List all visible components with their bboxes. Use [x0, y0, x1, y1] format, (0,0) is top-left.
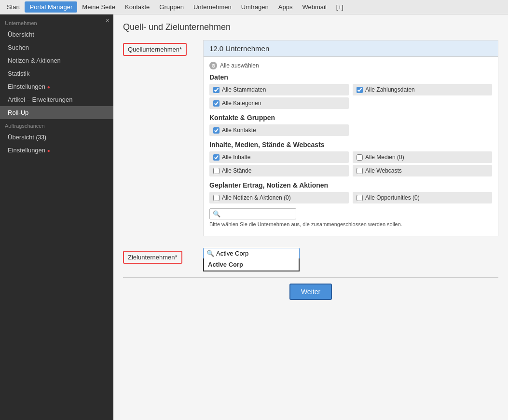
company-search-input[interactable]: [222, 211, 293, 217]
checkbox-inhalte-label: Alle Inhalte: [222, 154, 250, 161]
sidebar-item-artikel[interactable]: Artikel – Erweiterungen: [0, 93, 113, 106]
checkbox-stande-input[interactable]: [213, 168, 220, 174]
checkbox-webcasts-input[interactable]: [357, 168, 363, 174]
nav-portal-manager[interactable]: Portal Manager: [25, 1, 77, 13]
search-row: 🔍: [209, 208, 492, 219]
einstellungen-badge: ●: [47, 84, 50, 90]
nav-webmail[interactable]: Webmail: [297, 1, 331, 13]
checkbox-kategorien-label: Alle Kategorien: [222, 100, 261, 107]
select-all-row[interactable]: ⚙ Alle auswählen: [209, 62, 492, 69]
sidebar-section-auftragschancen: Auftragschancen: [0, 119, 113, 131]
ziel-row: Zielunternehmen* 🔍 Active Corp: [123, 248, 498, 271]
sidebar-close-button[interactable]: ×: [106, 16, 110, 24]
page-title: Quell- und Zielunternehmen: [123, 22, 498, 32]
top-navigation: Start Portal Manager Meine Seite Kontakt…: [0, 0, 508, 14]
checkbox-notizen[interactable]: Alle Notizen & Aktionen (0): [209, 192, 349, 203]
ziel-search-input[interactable]: [216, 250, 296, 257]
ziel-dropdown-item[interactable]: Active Corp: [204, 258, 299, 271]
checkbox-inhalte[interactable]: Alle Inhalte: [209, 151, 349, 163]
nav-plus[interactable]: [+]: [331, 1, 348, 13]
checkbox-webcasts[interactable]: Alle Webcasts: [353, 165, 492, 176]
main-layout: × Unternehmen Übersicht Suchen Notizen &…: [0, 14, 508, 420]
ziel-input-col: 🔍 Active Corp: [203, 248, 300, 271]
checkbox-webcasts-label: Alle Webcasts: [365, 167, 402, 174]
sidebar-item-notizen[interactable]: Notizen & Aktionen: [0, 54, 113, 67]
weiter-button[interactable]: Weiter: [289, 284, 332, 300]
checkbox-stande-label: Alle Stände: [222, 167, 251, 174]
sidebar-item-statistik[interactable]: Statistik: [0, 67, 113, 80]
panel-header: 12.0 Unternehmen: [204, 41, 498, 57]
checkbox-zahlungsdaten[interactable]: Alle Zahlungsdaten: [353, 84, 492, 95]
section-daten: Daten: [209, 73, 492, 81]
ziel-label: Zielunternehmen*: [123, 251, 182, 264]
einstellungen-auf-badge: ●: [47, 148, 50, 153]
checkbox-kontakte[interactable]: Alle Kontakte: [209, 124, 349, 136]
checkbox-opportunities-input[interactable]: [357, 195, 363, 201]
ziel-input-wrap[interactable]: 🔍: [203, 248, 300, 258]
nav-umfragen[interactable]: Umfragen: [236, 1, 274, 13]
nav-unternehmen[interactable]: Unternehmen: [189, 1, 236, 13]
sidebar-item-ubersicht[interactable]: Übersicht: [0, 28, 113, 41]
divider: [123, 277, 498, 278]
checkbox-opportunities-label: Alle Opportunities (0): [365, 194, 420, 201]
nav-gruppen[interactable]: Gruppen: [154, 1, 189, 13]
section-geplanter: Geplanter Ertrag, Notizen & Aktionen: [209, 181, 492, 189]
checkbox-zahlungsdaten-input[interactable]: [357, 87, 363, 93]
panel-body: ⚙ Alle auswählen Daten Alle Stammdaten: [204, 57, 498, 236]
sidebar-item-suchen[interactable]: Suchen: [0, 41, 113, 54]
section-kontakte: Kontakte & Gruppen: [209, 114, 492, 122]
nav-start[interactable]: Start: [2, 1, 25, 13]
select-all-label: Alle auswählen: [220, 62, 259, 69]
unternehmen-panel: 12.0 Unternehmen ⚙ Alle auswählen Daten …: [203, 40, 498, 236]
checkbox-kategorien-input[interactable]: [213, 100, 220, 107]
sidebar-item-einstellungen[interactable]: Einstellungen ●: [0, 80, 113, 93]
checkbox-stammdaten-input[interactable]: [213, 87, 220, 93]
geplanter-grid: Alle Notizen & Aktionen (0) Alle Opportu…: [209, 192, 492, 203]
checkbox-stammdaten-label: Alle Stammdaten: [222, 86, 266, 93]
checkbox-kontakte-label: Alle Kontakte: [222, 127, 256, 134]
ziel-search-icon: 🔍: [206, 250, 214, 257]
checkbox-kontakte-input[interactable]: [213, 127, 220, 134]
checkbox-stande[interactable]: Alle Stände: [209, 165, 349, 176]
kontakte-grid: Alle Kontakte: [209, 124, 492, 136]
checkbox-notizen-input[interactable]: [213, 195, 220, 201]
quell-label: Quellunternehmen*: [123, 43, 187, 56]
sidebar-section-unternehmen: Unternehmen: [0, 16, 113, 28]
checkbox-stammdaten[interactable]: Alle Stammdaten: [209, 84, 349, 95]
nav-apps[interactable]: Apps: [274, 1, 298, 13]
checkbox-notizen-label: Alle Notizen & Aktionen (0): [222, 194, 291, 201]
checkbox-medien-label: Alle Medien (0): [365, 154, 404, 161]
sidebar-item-einstellungen-auf[interactable]: Einstellungen ●: [0, 144, 113, 157]
inhalte-grid: Alle Inhalte Alle Medien (0) Alle Stände: [209, 151, 492, 176]
ziel-label-col: Zielunternehmen*: [123, 248, 195, 264]
daten-grid: Alle Stammdaten Alle Zahlungsdaten Alle …: [209, 84, 492, 109]
checkbox-medien[interactable]: Alle Medien (0): [353, 151, 492, 163]
checkbox-zahlungsdaten-label: Alle Zahlungsdaten: [365, 86, 415, 93]
nav-meine-seite[interactable]: Meine Seite: [77, 1, 120, 13]
search-input-box[interactable]: 🔍: [209, 208, 296, 219]
select-all-icon: ⚙: [209, 62, 217, 69]
main-content: Quell- und Zielunternehmen Quellunterneh…: [113, 14, 508, 420]
checkbox-kategorien[interactable]: Alle Kategorien: [209, 97, 349, 109]
ubersicht-badge: (33): [36, 134, 46, 141]
search-icon: 🔍: [213, 210, 220, 217]
quell-content-col: 12.0 Unternehmen ⚙ Alle auswählen Daten …: [203, 40, 498, 242]
section-inhalte: Inhalte, Medien, Stände & Webcasts: [209, 141, 492, 149]
checkbox-opportunities[interactable]: Alle Opportunities (0): [353, 192, 492, 203]
weiter-row: Weiter: [123, 284, 498, 300]
sidebar: × Unternehmen Übersicht Suchen Notizen &…: [0, 14, 113, 420]
ziel-dropdown: Active Corp: [203, 258, 300, 271]
quell-label-col: Quellunternehmen*: [123, 40, 195, 242]
checkbox-inhalte-input[interactable]: [213, 154, 220, 161]
form-layout: Quellunternehmen* 12.0 Unternehmen ⚙ All…: [123, 40, 498, 242]
sidebar-item-ubersicht-33[interactable]: Übersicht (33): [0, 131, 113, 144]
search-hint: Bitte wählen Sie die Unternehmen aus, di…: [209, 221, 492, 227]
sidebar-item-rollup[interactable]: Roll-Up: [0, 106, 113, 119]
checkbox-medien-input[interactable]: [357, 154, 363, 161]
nav-kontakte[interactable]: Kontakte: [120, 1, 154, 13]
